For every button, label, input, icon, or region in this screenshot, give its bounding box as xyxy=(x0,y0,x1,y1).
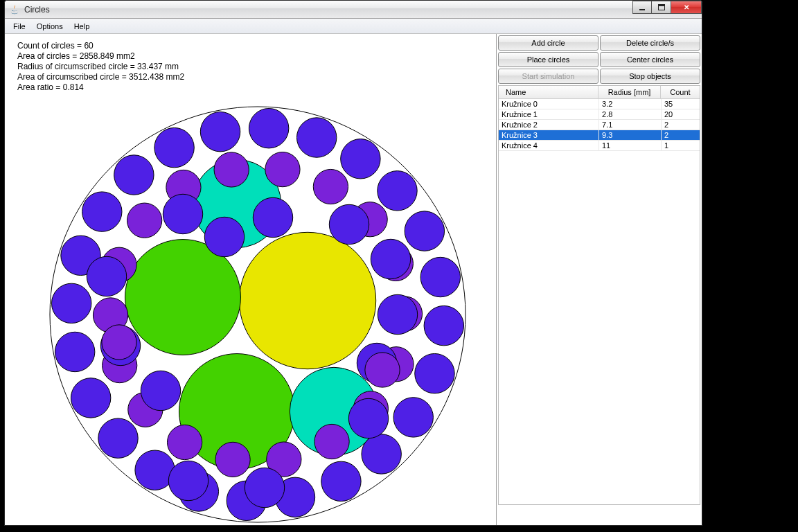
stop-objects-button[interactable]: Stop objects xyxy=(600,69,700,84)
svg-point-27 xyxy=(114,155,154,195)
svg-point-50 xyxy=(329,204,369,244)
cell-name: Kružnice 0 xyxy=(499,99,598,109)
svg-point-26 xyxy=(82,192,122,231)
button-grid: Add circle Delete circle/s Place circles… xyxy=(498,35,700,84)
cell-name: Kružnice 2 xyxy=(499,120,598,130)
cell-name: Kružnice 4 xyxy=(499,141,598,150)
svg-point-13 xyxy=(415,353,454,393)
table-row[interactable]: Kružnice 4111 xyxy=(499,141,700,151)
svg-point-28 xyxy=(154,127,194,167)
cell-name: Kružnice 3 xyxy=(499,130,598,140)
menu-file[interactable]: File xyxy=(8,21,31,32)
svg-point-40 xyxy=(167,425,202,459)
svg-point-1 xyxy=(239,232,375,369)
svg-point-9 xyxy=(378,171,417,211)
col-count[interactable]: Count xyxy=(661,86,700,98)
svg-point-61 xyxy=(365,353,400,387)
svg-point-12 xyxy=(424,305,463,345)
svg-point-57 xyxy=(141,371,180,410)
svg-point-15 xyxy=(362,434,401,474)
window-controls xyxy=(632,1,702,14)
place-circles-button[interactable]: Place circles xyxy=(498,52,598,67)
delete-circle-button[interactable]: Delete circle/s xyxy=(600,35,700,51)
table-row[interactable]: Kružnice 12.820 xyxy=(499,109,700,120)
svg-point-24 xyxy=(51,283,91,323)
svg-point-30 xyxy=(265,152,300,186)
minimize-button[interactable] xyxy=(632,1,652,14)
svg-point-37 xyxy=(314,424,349,459)
window-title: Circles xyxy=(24,5,50,15)
cell-count: 2 xyxy=(661,130,700,140)
svg-point-59 xyxy=(245,468,284,507)
svg-point-45 xyxy=(127,203,162,238)
svg-point-10 xyxy=(405,211,444,251)
cell-count: 2 xyxy=(661,120,700,130)
svg-point-52 xyxy=(378,294,417,334)
cell-count: 35 xyxy=(661,99,700,109)
cell-radius: 2.8 xyxy=(598,109,661,119)
svg-point-23 xyxy=(55,332,94,371)
menu-options[interactable]: Options xyxy=(31,21,69,32)
table-row[interactable]: Kružnice 27.12 xyxy=(499,120,700,130)
add-circle-button[interactable]: Add circle xyxy=(498,35,598,51)
svg-point-58 xyxy=(168,461,208,500)
cell-count: 1 xyxy=(661,141,700,150)
svg-point-54 xyxy=(163,194,202,233)
svg-point-62 xyxy=(102,325,136,360)
col-name[interactable]: Name xyxy=(499,86,598,98)
svg-point-51 xyxy=(371,239,410,278)
app-window: Circles File Options Help Count of circl… xyxy=(4,0,702,526)
col-radius[interactable]: Radius [mm] xyxy=(598,86,661,98)
circles-table[interactable]: Name Radius [mm] Count Kružnice 03.235Kr… xyxy=(498,85,700,505)
svg-point-7 xyxy=(296,118,336,157)
svg-point-47 xyxy=(214,152,249,187)
svg-point-16 xyxy=(321,461,361,501)
table-body: Kružnice 03.235Kružnice 12.820Kružnice 2… xyxy=(499,99,700,151)
canvas-pane[interactable]: Count of circles = 60 Area of circles = … xyxy=(5,34,497,525)
svg-point-21 xyxy=(98,418,138,458)
table-fill xyxy=(499,151,700,504)
table-header: Name Radius [mm] Count xyxy=(499,86,700,99)
svg-point-55 xyxy=(87,256,126,296)
center-circles-button[interactable]: Center circles xyxy=(600,52,700,67)
close-button[interactable] xyxy=(671,1,702,14)
cell-radius: 9.3 xyxy=(598,130,661,140)
table-row[interactable]: Kružnice 39.32 xyxy=(499,130,700,141)
java-icon xyxy=(9,4,20,15)
svg-point-60 xyxy=(348,398,388,438)
start-simulation-button: Start simulation xyxy=(498,69,598,84)
svg-point-31 xyxy=(313,169,348,204)
svg-point-29 xyxy=(200,112,240,151)
table-row[interactable]: Kružnice 03.235 xyxy=(499,99,700,109)
svg-point-39 xyxy=(215,442,250,477)
titlebar[interactable]: Circles xyxy=(5,1,702,19)
svg-point-14 xyxy=(393,398,433,437)
svg-point-8 xyxy=(341,139,380,179)
cell-radius: 7.1 xyxy=(598,120,661,130)
svg-point-48 xyxy=(204,217,244,256)
svg-point-6 xyxy=(249,108,288,148)
circle-packing-plot xyxy=(5,34,497,526)
svg-point-22 xyxy=(71,378,110,418)
menubar: File Options Help xyxy=(5,19,702,34)
svg-point-49 xyxy=(253,197,292,237)
svg-point-11 xyxy=(420,257,460,296)
cell-radius: 3.2 xyxy=(598,99,661,109)
cell-name: Kružnice 1 xyxy=(499,109,598,119)
cell-radius: 11 xyxy=(598,141,661,150)
menu-help[interactable]: Help xyxy=(69,21,96,32)
cell-count: 20 xyxy=(661,109,700,119)
maximize-button[interactable] xyxy=(652,1,671,14)
right-pane: Add circle Delete circle/s Place circles… xyxy=(497,34,702,525)
